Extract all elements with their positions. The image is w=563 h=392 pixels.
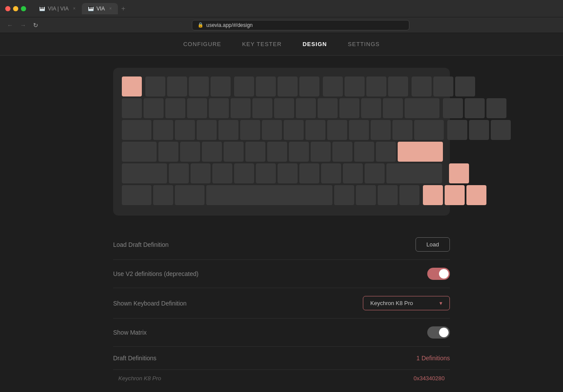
- keyboard-def-dropdown[interactable]: Keychron K8 Pro ▾: [363, 296, 450, 310]
- key-menu[interactable]: [399, 185, 419, 205]
- key-5[interactable]: [231, 98, 251, 118]
- key-semicolon[interactable]: [354, 142, 374, 162]
- key-f4[interactable]: [211, 76, 231, 96]
- key-f2[interactable]: [167, 76, 187, 96]
- key-b[interactable]: [256, 163, 276, 183]
- key-rshift[interactable]: [386, 163, 442, 183]
- address-bar[interactable]: 🔒 usevia.app/#/design: [192, 20, 409, 30]
- key-down[interactable]: [445, 185, 465, 205]
- key-9[interactable]: [318, 98, 338, 118]
- key-x[interactable]: [191, 163, 211, 183]
- key-lshift[interactable]: [122, 163, 167, 183]
- key-4[interactable]: [209, 98, 229, 118]
- key-f3[interactable]: [189, 76, 209, 96]
- nav-design[interactable]: DESIGN: [302, 39, 327, 49]
- forward-button[interactable]: →: [18, 20, 28, 30]
- key-l[interactable]: [332, 142, 352, 162]
- key-6[interactable]: [252, 98, 272, 118]
- nav-settings[interactable]: SETTINGS: [348, 39, 379, 49]
- key-lmeta[interactable]: [153, 185, 173, 205]
- key-y[interactable]: [262, 120, 282, 140]
- key-k[interactable]: [311, 142, 331, 162]
- key-home[interactable]: [465, 98, 485, 118]
- tab-close-2[interactable]: ×: [109, 6, 112, 11]
- key-0[interactable]: [339, 98, 359, 118]
- key-pgdn[interactable]: [491, 120, 511, 140]
- key-1[interactable]: [144, 98, 164, 118]
- key-backtick[interactable]: [122, 98, 142, 118]
- key-m[interactable]: [299, 163, 319, 183]
- key-f[interactable]: [224, 142, 244, 162]
- key-caps[interactable]: [122, 142, 157, 162]
- key-q[interactable]: [153, 120, 173, 140]
- key-f11[interactable]: [366, 76, 386, 96]
- key-minus[interactable]: [361, 98, 381, 118]
- key-p[interactable]: [349, 120, 369, 140]
- traffic-light-minimize[interactable]: [13, 6, 18, 11]
- key-fn[interactable]: [356, 185, 376, 205]
- key-f5[interactable]: [234, 76, 254, 96]
- key-s[interactable]: [180, 142, 200, 162]
- traffic-light-close[interactable]: [5, 6, 10, 11]
- key-3[interactable]: [187, 98, 207, 118]
- tab-via-2[interactable]: 🎹 VIA ×: [82, 3, 118, 14]
- key-f1[interactable]: [145, 76, 165, 96]
- key-equals[interactable]: [383, 98, 403, 118]
- key-f6[interactable]: [256, 76, 276, 96]
- key-comma[interactable]: [321, 163, 341, 183]
- key-quote[interactable]: [376, 142, 396, 162]
- key-w[interactable]: [175, 120, 195, 140]
- key-f9[interactable]: [323, 76, 343, 96]
- key-pause[interactable]: [455, 76, 475, 96]
- key-ralt[interactable]: [334, 185, 354, 205]
- key-right[interactable]: [466, 185, 486, 205]
- key-u[interactable]: [284, 120, 304, 140]
- v2-toggle[interactable]: [427, 268, 450, 280]
- key-left[interactable]: [423, 185, 443, 205]
- key-rctrl[interactable]: [378, 185, 398, 205]
- tab-via-1[interactable]: 🎹 VIA | VIA ×: [33, 3, 82, 14]
- key-space[interactable]: [206, 185, 332, 205]
- key-ins[interactable]: [443, 98, 463, 118]
- refresh-button[interactable]: ↻: [31, 20, 40, 30]
- key-f10[interactable]: [345, 76, 365, 96]
- key-backspace[interactable]: [405, 98, 439, 118]
- key-g[interactable]: [245, 142, 265, 162]
- key-a[interactable]: [158, 142, 178, 162]
- key-backslash[interactable]: [414, 120, 444, 140]
- key-end[interactable]: [469, 120, 489, 140]
- tab-close-1[interactable]: ×: [73, 6, 76, 11]
- key-slash[interactable]: [365, 163, 385, 183]
- nav-configure[interactable]: CONFIGURE: [183, 39, 221, 49]
- nav-key-tester[interactable]: KEY TESTER: [242, 39, 282, 49]
- key-j[interactable]: [289, 142, 309, 162]
- key-f8[interactable]: [299, 76, 319, 96]
- key-prtsc[interactable]: [412, 76, 432, 96]
- key-enter[interactable]: [398, 142, 443, 162]
- key-t[interactable]: [240, 120, 260, 140]
- key-8[interactable]: [296, 98, 316, 118]
- key-tab[interactable]: [122, 120, 151, 140]
- key-r[interactable]: [218, 120, 238, 140]
- traffic-light-fullscreen[interactable]: [21, 6, 26, 11]
- key-i[interactable]: [305, 120, 325, 140]
- key-o[interactable]: [327, 120, 347, 140]
- back-button[interactable]: ←: [5, 20, 15, 30]
- key-lbracket[interactable]: [371, 120, 391, 140]
- key-f12[interactable]: [388, 76, 408, 96]
- key-c[interactable]: [212, 163, 232, 183]
- key-lalt[interactable]: [175, 185, 204, 205]
- key-e[interactable]: [197, 120, 217, 140]
- key-7[interactable]: [274, 98, 294, 118]
- key-esc[interactable]: [122, 76, 142, 96]
- key-d[interactable]: [202, 142, 222, 162]
- key-del[interactable]: [447, 120, 467, 140]
- key-period[interactable]: [343, 163, 363, 183]
- load-button[interactable]: Load: [416, 237, 450, 252]
- key-f7[interactable]: [278, 76, 298, 96]
- key-n[interactable]: [278, 163, 298, 183]
- new-tab-button[interactable]: +: [118, 5, 129, 13]
- key-h[interactable]: [267, 142, 287, 162]
- key-pgup[interactable]: [486, 98, 506, 118]
- key-up[interactable]: [449, 163, 469, 183]
